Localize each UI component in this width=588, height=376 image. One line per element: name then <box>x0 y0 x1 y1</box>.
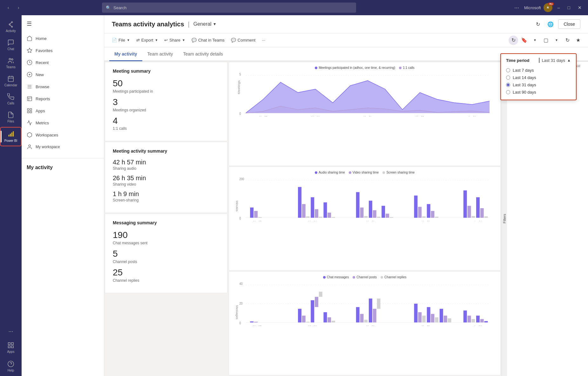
time-period-dropdown[interactable]: Time period Last 31 days ▲ Last 7 days L… <box>500 53 577 100</box>
back-button[interactable]: ‹ <box>4 3 13 12</box>
svg-text:Mar 21: Mar 21 <box>367 325 375 326</box>
forward-button[interactable]: › <box>14 3 23 12</box>
sidebar-item-more[interactable]: ··· <box>0 325 22 339</box>
tp-current-group: Last 31 days ▲ <box>539 58 571 63</box>
maximize-button[interactable]: □ <box>565 4 573 11</box>
svg-text:Mar 28: Mar 28 <box>422 325 430 326</box>
svg-rect-61 <box>364 216 368 218</box>
tp-bar-icon <box>539 58 540 63</box>
sidebar-item-chat[interactable]: Chat <box>0 36 22 54</box>
share-chevron-icon: ▼ <box>182 38 185 42</box>
sidebar-item-calls[interactable]: Calls <box>0 90 22 108</box>
tab-team-activity[interactable]: Team activity <box>142 48 178 61</box>
tp-radio-90[interactable] <box>506 90 510 94</box>
hamburger-button[interactable]: ☰ <box>27 20 32 27</box>
sidebar-item-activity[interactable]: Activity <box>0 18 22 36</box>
tab-team-activity-details[interactable]: Team activity details <box>178 48 228 61</box>
chat-messages-number: 190 <box>113 230 220 240</box>
globe-button[interactable]: 🌐 <box>545 19 556 29</box>
tp-option-31[interactable]: Last 31 days <box>506 81 571 89</box>
undo-button[interactable]: ↻ <box>509 36 518 45</box>
left-nav-recent[interactable]: Recent <box>22 56 104 69</box>
svg-rect-119 <box>468 316 471 323</box>
minimize-button[interactable]: – <box>555 4 563 11</box>
tp-option-7[interactable]: Last 7 days <box>506 67 571 74</box>
tab-my-activity[interactable]: My activity <box>109 48 142 61</box>
svg-rect-9 <box>10 134 11 136</box>
refresh-report-button[interactable]: ↻ <box>563 36 572 45</box>
tp-radio-14[interactable] <box>506 76 510 80</box>
sidebar-item-help[interactable]: Help <box>0 357 22 376</box>
sidebar-item-powerbi[interactable]: Power BI <box>0 127 22 146</box>
svg-text:0: 0 <box>239 321 241 325</box>
left-nav-reports[interactable]: Reports <box>22 93 104 105</box>
tp-radio-31[interactable] <box>506 83 510 87</box>
left-nav-new[interactable]: New <box>22 69 104 81</box>
legend-channel-replies: Channel replies <box>381 275 407 279</box>
left-nav-workspaces[interactable]: Workspaces <box>22 129 104 141</box>
workspace-button[interactable]: General ▼ <box>193 21 217 27</box>
svg-rect-117 <box>448 318 451 322</box>
legend-dot-participated <box>315 67 317 69</box>
tp-chevron-icon[interactable]: ▲ <box>567 58 571 63</box>
close-window-button[interactable]: ✕ <box>575 4 584 11</box>
sidebar-item-teams[interactable]: Teams <box>0 54 22 72</box>
share-label: Share <box>169 38 180 43</box>
chat-in-teams-button[interactable]: 💬 Chat in Teams <box>189 36 227 44</box>
sidebar-label-calendar: Calendar <box>4 83 17 87</box>
left-nav-apps[interactable]: Apps <box>22 105 104 117</box>
left-nav-my-workspace[interactable]: My workspace <box>22 141 104 153</box>
calendar-icon <box>7 75 14 82</box>
file-chevron-icon: ▼ <box>127 38 130 42</box>
left-nav-favorites[interactable]: Favorites <box>22 44 104 56</box>
svg-text:Minutes: Minutes <box>236 201 239 211</box>
tp-label-7: Last 7 days <box>513 68 534 73</box>
meeting-summary-card: Meeting summary 50 Meetings participated… <box>105 62 227 141</box>
bookmark-button[interactable]: 🔖 <box>519 36 529 45</box>
bookmark-chevron-button[interactable]: ▼ <box>530 36 540 45</box>
search-bar[interactable]: 🔍 Search <box>102 3 356 13</box>
help-icon <box>7 360 14 367</box>
left-nav-metrics[interactable]: Metrics <box>22 117 104 129</box>
view-chevron-button[interactable]: ▼ <box>552 36 561 45</box>
svg-text:5: 5 <box>239 72 241 76</box>
sidebar-item-calendar[interactable]: Calendar <box>0 72 22 90</box>
left-nav-browse-label: Browse <box>36 84 49 89</box>
left-nav-new-label: New <box>36 72 44 77</box>
chat-teams-icon: 💬 <box>192 38 197 43</box>
reports-nav-icon <box>27 96 32 102</box>
svg-rect-59 <box>356 192 360 218</box>
export-button[interactable]: ⇄ Export ▼ <box>134 36 160 44</box>
file-button[interactable]: 📄 File ▼ <box>109 36 132 44</box>
legend-meetings-participated: Meetings participated in (adhoc, one tim… <box>315 66 395 69</box>
legend-label-replies: Channel replies <box>384 275 407 279</box>
more-button[interactable]: ··· <box>512 3 522 12</box>
tp-option-14[interactable]: Last 14 days <box>506 74 571 81</box>
sidebar-label-powerbi: Power BI <box>4 139 17 142</box>
meeting-activity-card: Meeting activity summary 42 h 57 min Sha… <box>105 142 227 213</box>
sidebar-item-apps[interactable]: Apps <box>0 339 22 357</box>
refresh-button[interactable]: ↻ <box>533 19 543 29</box>
filters-panel[interactable]: Filters <box>501 61 507 376</box>
sidebar-label-help: Help <box>8 369 14 372</box>
content-area: Teams activity analytics | General ▼ ↻ 🌐… <box>104 15 588 376</box>
channel-replies-label: Channel replies <box>113 278 220 283</box>
close-report-button[interactable]: Close <box>558 19 580 29</box>
comment-button[interactable]: 💬 Comment <box>228 36 258 44</box>
channel-replies-block: 25 Channel replies <box>113 268 220 283</box>
messaging-chart-area: 40 20 0 Messages <box>234 281 495 326</box>
search-placeholder: Search <box>113 5 126 10</box>
tp-option-90[interactable]: Last 90 days <box>506 89 571 96</box>
report-separator: | <box>188 21 190 28</box>
star-toolbar-button[interactable]: ★ <box>573 36 583 45</box>
sidebar-item-files[interactable]: Files <box>0 108 22 126</box>
svg-rect-105 <box>364 320 368 323</box>
svg-rect-120 <box>471 319 475 322</box>
legend-dot-audio <box>315 171 317 174</box>
more-toolbar-button[interactable]: ··· <box>259 36 268 44</box>
left-nav-home[interactable]: Home <box>22 32 104 44</box>
share-button[interactable]: ↩ Share ▼ <box>162 36 188 44</box>
view-button[interactable]: ▢ <box>541 36 551 45</box>
left-nav-browse[interactable]: Browse <box>22 81 104 93</box>
tp-radio-7[interactable] <box>506 68 510 72</box>
